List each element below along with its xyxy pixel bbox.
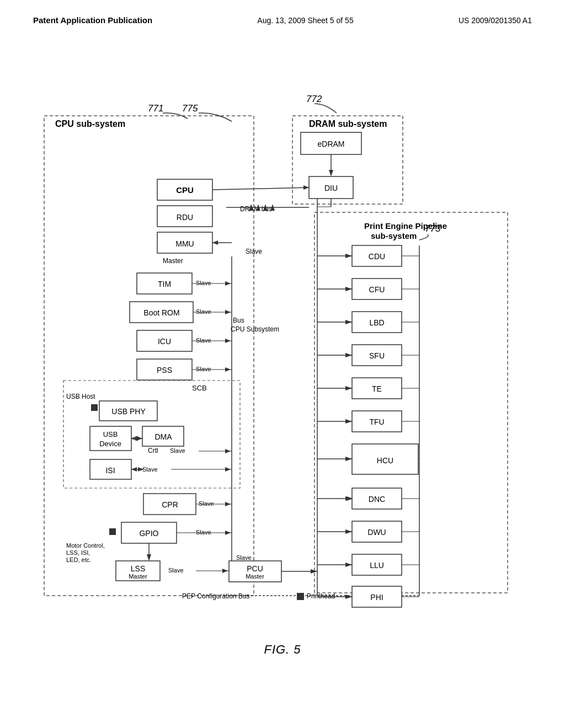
dma-label: DMA xyxy=(154,432,172,441)
svg-marker-84 xyxy=(345,457,352,461)
svg-marker-94 xyxy=(345,563,352,567)
lss-label: LSS xyxy=(131,564,145,573)
svg-marker-28 xyxy=(225,339,231,343)
svg-marker-78 xyxy=(345,386,352,390)
tim-label: TIM xyxy=(158,280,171,288)
svg-line-15 xyxy=(212,188,309,190)
svg-marker-75 xyxy=(345,353,352,357)
print-engine-label2: sub-system xyxy=(371,231,417,240)
cfu-label: CFU xyxy=(369,285,385,294)
led-etc-label: LED, etc. xyxy=(66,556,91,563)
page-header: Patent Application Publication Aug. 13, … xyxy=(0,0,565,30)
svg-marker-55 xyxy=(225,531,231,535)
usb-device-label1: USB xyxy=(103,430,118,438)
master-lss: Master xyxy=(129,573,147,580)
pss-label: PSS xyxy=(157,366,172,374)
svg-marker-114 xyxy=(311,569,317,574)
master-label: Master xyxy=(163,257,183,265)
bootrom-label: Boot ROM xyxy=(143,308,179,317)
svg-marker-81 xyxy=(345,419,352,424)
gpio-label: GPIO xyxy=(139,529,158,538)
lss-isi-label: LSS, ISI, xyxy=(66,549,90,556)
svg-marker-5 xyxy=(329,170,333,176)
svg-marker-19 xyxy=(212,240,218,245)
svg-marker-72 xyxy=(345,320,352,324)
ref-775: 775 xyxy=(182,103,198,114)
usb-device-label2: Device xyxy=(99,440,121,448)
slave-cpr: Slave xyxy=(199,500,214,507)
usb-phy-label: USB PHY xyxy=(111,407,146,416)
mmu-label: MMU xyxy=(175,239,194,248)
slave-gpio: Slave xyxy=(196,529,211,536)
slave-pcu-label: Slave xyxy=(236,554,252,561)
slave-dma: Slave xyxy=(170,447,185,454)
pep-config-label: PEP Configuration Bus xyxy=(182,592,250,600)
slave-pss: Slave xyxy=(196,366,211,372)
te-label: TE xyxy=(372,384,382,393)
svg-marker-25 xyxy=(225,310,231,314)
svg-rect-33 xyxy=(91,404,98,411)
pcu-label: PCU xyxy=(247,564,263,573)
svg-marker-69 xyxy=(345,287,352,291)
svg-marker-22 xyxy=(225,281,231,286)
dwu-label: DWU xyxy=(367,528,386,537)
diagram-svg: CPU sub-system DRAM sub-system Print Eng… xyxy=(0,30,565,637)
page: Patent Application Publication Aug. 13, … xyxy=(0,0,565,728)
printhead-label: Printhead xyxy=(307,592,335,600)
pcu-master-label: Master xyxy=(246,573,264,580)
header-right: US 2009/0201350 A1 xyxy=(459,16,532,25)
svg-marker-48 xyxy=(225,467,231,472)
dram-subsystem-label: DRAM sub-system xyxy=(309,119,387,129)
cpr-label: CPR xyxy=(162,500,178,509)
svg-marker-60 xyxy=(222,569,228,573)
ref-772: 772 xyxy=(306,94,322,104)
hcu-label: HCU xyxy=(377,456,393,465)
slave-label-main: Slave xyxy=(246,248,262,255)
ref-771: 771 xyxy=(148,103,163,114)
llu-label: LLU xyxy=(370,561,384,570)
icu-label: ICU xyxy=(158,337,171,346)
svg-rect-62 xyxy=(297,593,304,600)
usb-host-label: USB Host xyxy=(66,393,95,400)
lbd-label: LBD xyxy=(369,318,384,327)
cpu-label: CPU xyxy=(176,185,194,195)
slave-bootrom: Slave xyxy=(196,308,211,315)
isi-label: ISI xyxy=(105,466,115,475)
sfu-label: SFU xyxy=(369,351,385,360)
edram-label: eDRAM xyxy=(317,140,344,148)
svg-marker-57 xyxy=(147,554,151,561)
svg-marker-31 xyxy=(225,367,231,372)
motor-control-label: Motor Control, xyxy=(66,542,105,549)
slave-isi: Slave xyxy=(142,466,158,473)
diagram-area: CPU sub-system DRAM sub-system Print Eng… xyxy=(0,30,565,637)
slave-tim: Slave xyxy=(196,280,211,286)
diu-label: DIU xyxy=(324,184,338,192)
header-center: Aug. 13, 2009 Sheet 5 of 55 xyxy=(257,16,353,25)
bus-label: Bus xyxy=(233,317,244,324)
svg-marker-91 xyxy=(345,529,352,534)
phi-label: PHI xyxy=(370,593,383,602)
svg-marker-45 xyxy=(131,467,137,472)
svg-rect-2 xyxy=(315,212,508,593)
crtl-label: Crtl xyxy=(148,447,158,454)
tfu-label: TFU xyxy=(369,417,384,426)
cpu-subsystem-bus-label: CPU Subsystem xyxy=(231,325,279,333)
svg-rect-53 xyxy=(109,528,116,535)
svg-marker-16 xyxy=(303,185,309,190)
slave-icu: Slave xyxy=(196,337,211,344)
svg-marker-97 xyxy=(345,595,352,599)
svg-marker-51 xyxy=(225,502,231,506)
dnc-label: DNC xyxy=(369,495,385,504)
figure-caption: FIG. 5 xyxy=(0,643,565,657)
scb-label: SCB xyxy=(192,384,207,392)
header-left: Patent Application Publication xyxy=(33,15,152,25)
dram-bus-label: DRAM bus xyxy=(240,205,272,213)
svg-marker-38 xyxy=(225,449,231,453)
ref-773: 773 xyxy=(425,223,441,234)
rdu-label: RDU xyxy=(177,213,193,222)
cdu-label: CDU xyxy=(369,252,385,261)
svg-marker-66 xyxy=(345,254,352,258)
slave-lss-label: Slave xyxy=(168,567,184,574)
cpu-subsystem-label: CPU sub-system xyxy=(55,119,125,129)
